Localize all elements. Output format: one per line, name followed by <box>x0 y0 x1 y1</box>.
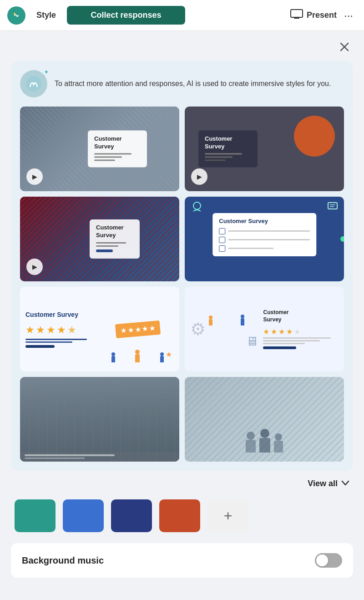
top-nav: Style Collect responses Present ··· <box>0 0 364 31</box>
background-music-toggle[interactable] <box>315 553 342 568</box>
template-card[interactable]: CustomerSurvey ▶ <box>185 107 344 191</box>
card-title: Customer Survey <box>25 310 98 319</box>
template-card[interactable]: CustomerSurvey ▶ <box>20 197 179 281</box>
card-title: Customer Survey <box>219 218 310 225</box>
close-btn-row <box>11 40 353 56</box>
monitor-icon <box>290 9 303 22</box>
color-swatch-teal[interactable] <box>15 499 56 532</box>
toggle-knob <box>316 554 328 566</box>
styles-panel: ✦ To attract more attention and response… <box>11 61 353 471</box>
ai-avatar: ✦ <box>20 70 47 97</box>
stars-display: ★ ★ ★ ★ ★ <box>25 324 98 336</box>
template-card[interactable]: CustomerSurvey ▶ <box>20 107 179 191</box>
card-caption <box>20 452 179 462</box>
template-card[interactable]: Customer Survey <box>185 197 344 281</box>
card-title: CustomerSurvey <box>263 309 339 323</box>
card-line <box>94 159 115 161</box>
card-dot-decoration <box>340 236 344 242</box>
card-title: CustomerSurvey <box>94 135 141 151</box>
card-icon-right <box>327 201 339 216</box>
color-swatch-rust[interactable] <box>159 499 200 532</box>
template-card[interactable]: ⚙ 🖥 <box>185 287 344 371</box>
card-content-overlay: CustomerSurvey <box>90 219 140 259</box>
collect-responses-button[interactable]: Collect responses <box>67 6 185 25</box>
color-swatches: + <box>11 492 353 543</box>
main-content: ✦ To attract more attention and response… <box>0 31 364 600</box>
svg-point-6 <box>193 202 201 209</box>
card-line <box>94 156 122 158</box>
add-color-button[interactable]: + <box>207 499 248 532</box>
plus-icon: + <box>224 508 233 524</box>
card-line <box>96 249 113 252</box>
more-dots-icon: ··· <box>344 9 353 21</box>
style-button[interactable]: Style <box>29 7 63 24</box>
present-area[interactable]: Present <box>290 9 337 22</box>
card-line <box>205 159 226 161</box>
color-swatch-darkblue[interactable] <box>111 499 152 532</box>
background-music-section: Background music <box>11 543 353 578</box>
card-line <box>96 245 118 247</box>
template-grid: CustomerSurvey ▶ CustomerSurvey ▶ <box>20 107 344 462</box>
svg-point-1 <box>14 13 15 15</box>
play-button[interactable]: ▶ <box>26 259 43 275</box>
chevron-down-icon <box>341 479 349 488</box>
card-content-overlay: CustomerSurvey <box>198 131 258 168</box>
app-logo <box>7 6 25 25</box>
view-all-label: View all <box>308 479 338 488</box>
card-line <box>205 156 233 158</box>
view-all-row[interactable]: View all <box>11 471 353 492</box>
ai-banner-text: To attract more attention and responses,… <box>55 78 331 89</box>
color-swatch-blue[interactable] <box>63 499 104 532</box>
svg-rect-7 <box>328 203 337 209</box>
template-card[interactable] <box>185 377 344 462</box>
play-button[interactable]: ▶ <box>191 168 207 185</box>
template-card[interactable] <box>20 377 179 462</box>
card-title: CustomerSurvey <box>96 224 133 239</box>
stars-display: ★ ★ ★ ★ ★ <box>263 327 339 336</box>
ai-banner: ✦ To attract more attention and response… <box>20 70 344 97</box>
sparkle-icon: ✦ <box>44 68 49 76</box>
card-content-overlay: Customer Survey <box>212 213 316 256</box>
card-content-overlay: CustomerSurvey <box>88 131 147 168</box>
present-label: Present <box>307 10 337 20</box>
svg-rect-2 <box>291 10 303 17</box>
play-button[interactable]: ▶ <box>26 168 43 185</box>
card-decoration-circle <box>294 116 335 157</box>
card-line <box>96 242 126 244</box>
card-line <box>205 153 242 154</box>
background-music-label: Background music <box>22 555 104 566</box>
card-title: CustomerSurvey <box>205 135 251 151</box>
close-button[interactable] <box>336 40 353 56</box>
card-icon-left <box>191 201 203 216</box>
card-line <box>94 153 131 154</box>
template-card[interactable]: Customer Survey ★ ★ ★ ★ ★ <box>20 287 179 371</box>
more-options-button[interactable]: ··· <box>340 9 357 22</box>
